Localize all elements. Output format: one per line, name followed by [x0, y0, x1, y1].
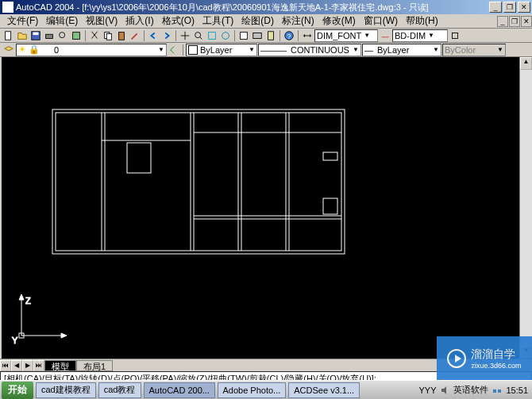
menu-insert[interactable]: 插入(I) [121, 13, 157, 29]
dim-style2-dropdown[interactable]: BD-DIM ▼ [392, 29, 448, 42]
dim-style2-value: BD-DIM [395, 31, 426, 40]
svg-rect-41 [498, 389, 501, 393]
tray-network-icon[interactable] [492, 385, 503, 396]
vertical-scrollbar[interactable]: ▲ ▼ [519, 57, 532, 359]
menu-dimension[interactable]: 标注(N) [278, 13, 318, 29]
tab-first-icon[interactable]: ⏮ [0, 360, 11, 371]
match-icon[interactable] [129, 29, 141, 42]
svg-rect-12 [241, 32, 248, 39]
title-bar: AutoCAD 2004 - [f:\yy\ys1\2006年\2006年10月… [0, 0, 532, 14]
close-button[interactable]: ✕ [518, 2, 530, 13]
menu-view[interactable]: 视图(V) [82, 13, 121, 29]
menu-edit[interactable]: 编辑(E) [42, 13, 82, 29]
print-icon[interactable] [43, 29, 56, 42]
doc-close-button[interactable]: ✕ [521, 16, 532, 27]
tray-ime[interactable]: 英语软件 [453, 384, 488, 396]
watermark-logo: 溜溜自学 zixue.3d66.com [437, 336, 532, 380]
svg-rect-34 [323, 152, 337, 160]
svg-rect-40 [493, 389, 496, 393]
undo-icon[interactable] [147, 29, 160, 42]
minimize-button[interactable]: _ [489, 2, 502, 13]
copy-icon[interactable] [102, 29, 114, 42]
tab-layout1[interactable]: 布局1 [76, 360, 113, 371]
properties-toolbar: ☀ 🔒 0 ▼ ByLayer ▼ ——— CONTINUOUS ▼ — ByL… [0, 43, 532, 57]
start-label: 开始 [8, 383, 27, 397]
doc-minimize-button[interactable]: _ [497, 16, 508, 27]
chevron-down-icon: ▼ [433, 46, 439, 53]
dim-linear-icon[interactable] [301, 29, 314, 42]
color-swatch [188, 45, 198, 55]
menu-tools[interactable]: 工具(T) [199, 13, 237, 29]
publish-icon[interactable] [70, 29, 83, 42]
toolpalette-icon[interactable] [264, 29, 277, 42]
toolbar-separator [144, 30, 145, 41]
dim-style-dropdown[interactable]: DIM_FONT ▼ [314, 29, 378, 42]
menu-file[interactable]: 文件(F) [3, 13, 42, 29]
layer-dropdown[interactable]: ☀ 🔒 0 ▼ [16, 44, 167, 56]
tab-model[interactable]: 模型 [44, 360, 76, 371]
scroll-track[interactable] [520, 70, 532, 346]
menu-modify[interactable]: 修改(M) [318, 13, 360, 29]
tray-volume-icon[interactable] [439, 385, 450, 396]
play-icon [447, 349, 466, 368]
svg-rect-5 [73, 32, 80, 39]
svg-rect-10 [209, 32, 216, 39]
scroll-up-icon[interactable]: ▲ [520, 57, 532, 70]
menu-draw[interactable]: 绘图(D) [237, 13, 278, 29]
tab-last-icon[interactable]: ⏭ [33, 360, 44, 371]
toolbar-separator [85, 30, 86, 41]
taskbar-item-active[interactable]: AutoCAD 200... [144, 382, 215, 398]
open-icon[interactable] [16, 29, 29, 42]
standard-toolbar: ? DIM_FONT ▼ BD-DIM ▼ [0, 29, 532, 43]
tab-next-icon[interactable]: ▶ [22, 360, 33, 371]
svg-marker-37 [19, 294, 24, 300]
menu-format[interactable]: 格式(O) [158, 13, 199, 29]
menu-bar: 文件(F) 编辑(E) 视图(V) 插入(I) 格式(O) 工具(T) 绘图(D… [0, 14, 532, 29]
doc-window-controls: _ ❐ ✕ [496, 16, 532, 27]
cut-icon[interactable] [88, 29, 101, 42]
help-icon[interactable]: ? [283, 29, 295, 42]
layer-previous-icon[interactable] [168, 44, 180, 56]
taskbar-item[interactable]: Adobe Photo... [218, 382, 287, 398]
tray-clock: 15:51 [506, 386, 528, 395]
linetype-dropdown[interactable]: ——— CONTINUOUS ▼ [258, 44, 361, 56]
taskbar-item[interactable]: cad建模教程 [36, 382, 96, 398]
viewport-container: Z Y ▲ ▼ [0, 57, 532, 359]
menu-help[interactable]: 帮助(H) [402, 13, 442, 29]
color-dropdown[interactable]: ByLayer ▼ [186, 44, 257, 56]
save-icon[interactable] [29, 29, 42, 42]
taskbar-item[interactable]: cad教程 [98, 382, 141, 398]
zoom-window-icon[interactable] [206, 29, 218, 42]
svg-rect-32 [127, 143, 151, 173]
watermark-text: 溜溜自学 [471, 347, 515, 360]
system-tray: YYY 英语软件 15:51 [414, 384, 532, 396]
pan-icon[interactable] [179, 29, 191, 42]
layer-manager-icon[interactable] [2, 44, 15, 56]
doc-restore-button[interactable]: ❐ [509, 16, 520, 27]
designcenter-icon[interactable] [251, 29, 264, 42]
preview-icon[interactable] [56, 29, 69, 42]
watermark-sub: zixue.3d66.com [471, 362, 521, 370]
drawing-viewport[interactable]: Z Y [2, 57, 519, 359]
properties-icon[interactable] [237, 29, 250, 42]
taskbar-item[interactable]: ACDSee v3.1... [288, 382, 360, 398]
maximize-button[interactable]: ❐ [503, 2, 516, 13]
linetype-value: CONTINUOUS [291, 45, 349, 55]
redo-icon[interactable] [160, 29, 173, 42]
start-button[interactable]: 开始 [2, 382, 33, 399]
cad-drawing [2, 57, 519, 359]
color-value: ByLayer [200, 45, 232, 55]
plotstyle-dropdown[interactable]: ByColor ▼ [442, 44, 506, 56]
new-icon[interactable] [2, 29, 15, 42]
tab-prev-icon[interactable]: ◀ [11, 360, 22, 371]
paste-icon[interactable] [115, 29, 128, 42]
dim-update-icon[interactable] [449, 29, 461, 42]
zoom-realtime-icon[interactable] [192, 29, 205, 42]
menu-window[interactable]: 窗口(W) [360, 13, 402, 29]
zoom-previous-icon[interactable] [219, 29, 232, 42]
dim-tool-icon[interactable] [379, 29, 391, 42]
svg-point-9 [195, 32, 201, 37]
layout-tabs: 模型 布局1 [44, 360, 113, 371]
svg-text:?: ? [287, 32, 291, 40]
lineweight-dropdown[interactable]: — ByLayer ▼ [362, 44, 441, 56]
